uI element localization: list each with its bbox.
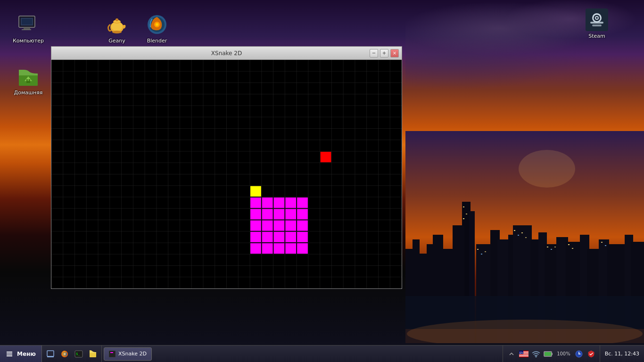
taskbar-windows: XSnake 2D — [102, 346, 503, 362]
svg-rect-30 — [463, 218, 464, 219]
svg-rect-40 — [554, 247, 556, 247]
svg-rect-102 — [545, 352, 551, 356]
svg-point-62 — [156, 23, 158, 26]
svg-rect-101 — [552, 353, 553, 355]
svg-point-1 — [519, 150, 575, 188]
menu-label: Меню — [17, 351, 36, 357]
window-controls: − + × — [370, 49, 399, 58]
desktop-icon-blender[interactable]: Blender — [138, 9, 176, 48]
xsnake-taskbar-icon — [109, 351, 116, 357]
minimize-button[interactable]: − — [370, 49, 378, 58]
svg-rect-51 — [24, 27, 30, 29]
blender-icon — [146, 13, 168, 36]
xsnake-window: XSnake 2D − + × — [51, 46, 402, 289]
svg-rect-52 — [22, 29, 31, 30]
svg-rect-76 — [7, 355, 12, 356]
svg-rect-29 — [466, 214, 467, 214]
svg-rect-31 — [477, 249, 479, 250]
svg-rect-38 — [547, 247, 548, 247]
terminal-button[interactable]: $_ — [72, 347, 85, 361]
tray-keyboard-icon[interactable]: EN — [519, 349, 528, 359]
tray-wifi-icon[interactable] — [531, 349, 541, 359]
svg-rect-50 — [22, 19, 32, 25]
home-icon — [17, 65, 40, 88]
geany-icon-label: Geany — [108, 38, 125, 44]
svg-point-81 — [64, 353, 66, 355]
svg-rect-78 — [47, 356, 54, 357]
svg-text:EN: EN — [520, 351, 523, 354]
svg-rect-42 — [572, 248, 573, 249]
svg-rect-32 — [481, 254, 482, 255]
svg-rect-87 — [111, 352, 112, 353]
taskbar-tray: EN 100% — [503, 346, 600, 362]
svg-rect-70 — [590, 22, 603, 24]
computer-icon — [17, 13, 40, 36]
tray-expand-icon[interactable] — [507, 349, 516, 359]
files-button[interactable] — [86, 347, 99, 361]
svg-rect-71 — [592, 25, 602, 26]
taskbar-xsnake-item[interactable]: XSnake 2D — [104, 347, 152, 361]
svg-rect-75 — [7, 354, 12, 354]
steam-icon — [586, 8, 608, 31]
show-desktop-button[interactable] — [44, 347, 57, 361]
window-titlebar: XSnake 2D − + × — [51, 47, 402, 60]
window-title: XSnake 2D — [55, 50, 398, 57]
city-silhouette — [405, 131, 644, 343]
svg-rect-36 — [521, 232, 523, 233]
svg-rect-94 — [519, 354, 528, 355]
tray-security-icon[interactable] — [586, 349, 596, 359]
desktop-icon-steam[interactable]: Steam — [578, 5, 616, 43]
svg-point-73 — [596, 17, 598, 19]
computer-icon-label: Компьютер — [13, 38, 44, 44]
svg-rect-34 — [514, 230, 515, 231]
tray-updates-icon[interactable] — [574, 349, 584, 359]
svg-rect-88 — [112, 352, 113, 353]
svg-rect-77 — [47, 351, 54, 356]
svg-rect-74 — [7, 352, 12, 353]
svg-rect-85 — [109, 351, 116, 357]
svg-rect-39 — [551, 249, 552, 250]
home-icon-label: Домашняя — [14, 90, 43, 96]
svg-point-57 — [116, 18, 118, 21]
svg-rect-28 — [463, 206, 464, 207]
taskbar-menu-button[interactable]: Меню — [0, 346, 42, 362]
svg-rect-86 — [110, 352, 111, 353]
geany-icon — [106, 13, 128, 36]
svg-rect-43 — [601, 242, 603, 243]
svg-rect-96 — [519, 356, 528, 357]
tray-battery-icon[interactable] — [544, 349, 553, 359]
svg-rect-66 — [27, 78, 29, 81]
svg-rect-46 — [405, 329, 644, 343]
svg-rect-33 — [485, 251, 486, 252]
menu-icon — [6, 350, 13, 358]
firefox-button[interactable] — [58, 347, 71, 361]
xsnake-window-label: XSnake 2D — [118, 351, 147, 357]
snake-game-canvas[interactable] — [51, 60, 402, 288]
desktop-icon-home[interactable]: Домашняя — [9, 61, 47, 99]
blender-icon-label: Blender — [147, 38, 167, 44]
desktop-icon-geany[interactable]: Geany — [98, 9, 136, 48]
svg-point-104 — [578, 354, 579, 354]
game-canvas — [51, 60, 402, 288]
taskbar-clock[interactable]: Вс. 11, 12:43 — [600, 346, 644, 362]
svg-rect-35 — [518, 235, 519, 236]
taskbar: Меню $_ — [0, 345, 644, 362]
svg-point-58 — [112, 31, 122, 33]
steam-icon-label: Steam — [588, 33, 605, 39]
desktop-icon-computer[interactable]: Компьютер — [9, 9, 47, 48]
svg-rect-37 — [525, 237, 527, 238]
svg-rect-41 — [568, 244, 570, 245]
svg-rect-44 — [605, 245, 606, 246]
svg-rect-95 — [519, 355, 528, 356]
svg-point-99 — [536, 356, 537, 357]
close-button[interactable]: × — [390, 49, 399, 58]
maximize-button[interactable]: + — [380, 49, 388, 58]
svg-text:$_: $_ — [76, 352, 80, 356]
taskbar-quick-launch: $_ — [42, 346, 102, 362]
tray-battery-percent: 100% — [556, 349, 571, 359]
